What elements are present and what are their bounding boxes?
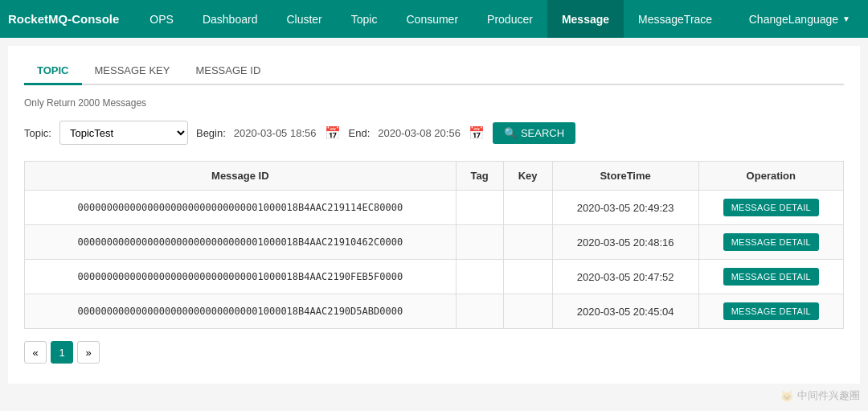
begin-label: Begin: [196,127,226,139]
tab-bar: TOPIC MESSAGE KEY MESSAGE ID [24,58,844,85]
nav-item-topic[interactable]: Topic [337,0,392,38]
main-content: TOPIC MESSAGE KEY MESSAGE ID Only Return… [8,46,860,384]
nav-item-messagetrace[interactable]: MessageTrace [624,0,727,38]
cell-tag [456,294,503,329]
watermark-text: 中间件兴趣圈 [797,388,860,392]
col-message-id: Message ID [25,162,457,191]
cell-key [503,225,552,260]
col-operation: Operation [698,162,843,191]
begin-value: 2020-03-05 18:56 [234,127,317,139]
next-page-button[interactable]: » [77,341,100,364]
table-row: 00000000000000000000000000000001000018B4… [25,260,844,294]
end-label: End: [349,127,371,139]
col-tag: Tag [456,162,503,191]
navbar: RocketMQ-Console OPS Dashboard Cluster T… [0,0,868,38]
end-value: 2020-03-08 20:56 [378,127,461,139]
chevron-down-icon: ▼ [842,14,850,23]
cell-operation: MESSAGE DETAIL [698,260,843,294]
table-row: 00000000000000000000000000000001000018B4… [25,225,844,260]
message-table: Message ID Tag Key StoreTime Operation 0… [24,161,844,329]
prev-page-button[interactable]: « [24,341,47,364]
cell-message-id: 00000000000000000000000000000001000018B4… [25,225,457,260]
cell-message-id: 00000000000000000000000000000001000018B4… [25,294,457,329]
cell-store-time: 2020-03-05 20:47:52 [552,260,698,294]
tab-message-id[interactable]: MESSAGE ID [182,58,273,85]
cell-store-time: 2020-03-05 20:49:23 [552,191,698,225]
watermark: 🐱 中间件兴趣圈 [780,388,860,392]
table-row: 00000000000000000000000000000001000018B4… [25,294,844,329]
cell-operation: MESSAGE DETAIL [698,294,843,329]
begin-calendar-icon[interactable]: 📅 [325,125,341,141]
nav-items: OPS Dashboard Cluster Topic Consumer Pro… [135,0,739,38]
nav-item-cluster[interactable]: Cluster [272,0,336,38]
table-header-row: Message ID Tag Key StoreTime Operation [25,162,844,191]
cell-key [503,191,552,225]
change-language-button[interactable]: ChangeLanguage ▼ [739,13,860,26]
end-calendar-icon[interactable]: 📅 [469,125,485,141]
message-detail-button[interactable]: MESSAGE DETAIL [723,302,819,320]
cell-key [503,294,552,329]
nav-item-ops[interactable]: OPS [135,0,188,38]
tab-message-key[interactable]: MESSAGE KEY [82,58,183,85]
search-bar: Topic: TopicTest Begin: 2020-03-05 18:56… [24,121,844,145]
cell-operation: MESSAGE DETAIL [698,191,843,225]
cell-operation: MESSAGE DETAIL [698,225,843,260]
cell-message-id: 00000000000000000000000000000001000018B4… [25,260,457,294]
topic-select[interactable]: TopicTest [59,121,188,145]
nav-item-dashboard[interactable]: Dashboard [188,0,272,38]
cell-message-id: 00000000000000000000000000000001000018B4… [25,191,457,225]
current-page-button[interactable]: 1 [51,341,73,364]
message-detail-button[interactable]: MESSAGE DETAIL [723,233,819,251]
brand-logo: RocketMQ-Console [8,12,119,26]
cell-tag [456,260,503,294]
nav-right: ChangeLanguage ▼ [739,13,860,26]
watermark-icon: 🐱 [780,390,793,393]
search-button-label: SEARCH [521,127,564,139]
pagination: « 1 » [24,341,844,364]
search-icon: 🔍 [504,127,517,139]
nav-item-message[interactable]: Message [547,0,624,38]
nav-item-producer[interactable]: Producer [473,0,547,38]
table-row: 00000000000000000000000000000001000018B4… [25,191,844,225]
cell-key [503,260,552,294]
message-detail-button[interactable]: MESSAGE DETAIL [723,199,819,216]
topic-label: Topic: [24,127,51,139]
tab-topic[interactable]: TOPIC [24,58,82,85]
col-store-time: StoreTime [552,162,698,191]
col-key: Key [503,162,552,191]
nav-item-consumer[interactable]: Consumer [391,0,473,38]
cell-tag [456,191,503,225]
cell-store-time: 2020-03-05 20:48:16 [552,225,698,260]
cell-tag [456,225,503,260]
message-detail-button[interactable]: MESSAGE DETAIL [723,268,819,286]
info-text: Only Return 2000 Messages [24,97,844,109]
cell-store-time: 2020-03-05 20:45:04 [552,294,698,329]
search-button[interactable]: 🔍 SEARCH [493,122,575,144]
